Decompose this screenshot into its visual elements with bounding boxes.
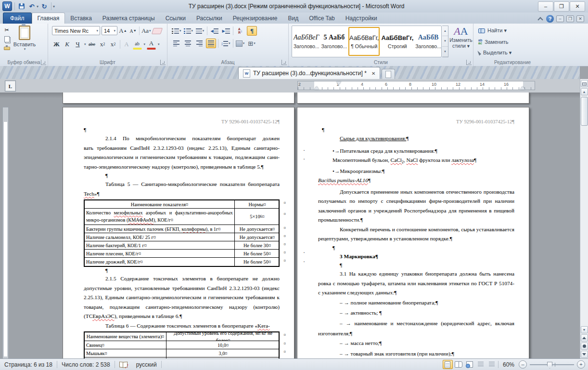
scroll-down-button[interactable]: ▼ (581, 326, 588, 333)
numbering-button[interactable]: ▾ (183, 26, 194, 36)
tab-view[interactable]: Вид (282, 13, 304, 24)
align-right-button[interactable] (194, 39, 205, 48)
tab-file[interactable]: Файл (3, 13, 32, 24)
vertical-scrollbar[interactable]: ▲ ▼ (580, 79, 588, 359)
replace-button[interactable]: abac Заменить (478, 38, 509, 46)
draft-view-button[interactable] (487, 360, 497, 369)
zoom-out-button[interactable]: – (519, 360, 527, 369)
tab-office-tab[interactable]: Office Tab (304, 13, 340, 24)
language-indicator[interactable]: русский (132, 359, 161, 370)
align-center-button[interactable] (183, 39, 193, 48)
paragraph-dialog-launcher-icon[interactable] (281, 60, 287, 65)
horizontal-ruler[interactable]: 2 2 4 6 8 10 12 14 16 (297, 81, 535, 90)
multilevel-list-button[interactable]: ▾ (195, 26, 205, 36)
gallery-up-icon[interactable]: ▲ (442, 26, 448, 36)
document-tab-close-icon[interactable]: ✕ (371, 71, 375, 76)
font-color-button[interactable]: А (147, 39, 156, 50)
bold-button[interactable]: Ж (52, 40, 61, 49)
cut-button[interactable]: ✂ (2, 26, 12, 34)
redo-button[interactable]: ↻ (40, 2, 49, 11)
gallery-down-icon[interactable]: ▼ (442, 36, 448, 46)
doc-close-icon[interactable]: ✕ (576, 15, 584, 22)
style-item-strict[interactable]: АаБбВвГг, Строгий (381, 27, 414, 56)
select-button[interactable]: Выделить ▾ (478, 49, 511, 57)
previous-page-button[interactable] (581, 334, 588, 342)
style-item-heading3[interactable]: АаБбВ Заголово... (415, 27, 442, 56)
shading-button[interactable]: ▾ (235, 39, 245, 48)
clipboard-dialog-launcher-icon[interactable] (41, 60, 46, 65)
font-size-dropdown-icon[interactable]: ▾ (114, 29, 117, 33)
zoom-slider-thumb[interactable] (547, 362, 552, 369)
style-item-heading1[interactable]: АаБбВеГ Заголово... (293, 27, 320, 56)
scroll-up-button[interactable]: ▲ (581, 88, 588, 95)
scrollbar-thumb[interactable] (581, 97, 588, 126)
italic-button[interactable]: К (63, 40, 72, 49)
restore-button[interactable]: ❐ (554, 1, 569, 12)
tab-insert[interactable]: Вставка (65, 13, 97, 24)
show-formatting-marks-button[interactable]: ¶ (247, 26, 257, 36)
tab-addins[interactable]: Надстройки (340, 13, 383, 24)
grow-font-button[interactable]: А▲ (118, 26, 128, 36)
minimize-button[interactable]: – (538, 1, 553, 12)
font-color-dropdown-icon[interactable]: ▾ (158, 42, 160, 46)
highlight-dropdown-icon[interactable]: ▾ (144, 42, 146, 46)
tab-review[interactable]: Рецензирование (228, 13, 283, 24)
doc-minimize-icon[interactable]: – (556, 15, 564, 22)
vertical-ruler[interactable] (2, 107, 9, 359)
hanging-indent-marker[interactable] (314, 86, 319, 90)
increase-indent-button[interactable]: ▶ (221, 26, 231, 36)
shrink-font-button[interactable]: А▼ (128, 26, 138, 36)
borders-button[interactable]: ⊞▾ (247, 39, 257, 48)
ruler-toggle-button[interactable] (581, 80, 588, 87)
first-line-indent-marker[interactable] (336, 81, 341, 85)
fullscreen-reading-view-button[interactable] (454, 360, 464, 369)
change-styles-button[interactable]: АA Изменить стили ▾ (450, 26, 472, 58)
style-item-heading2[interactable]: 5 АаБб Заголово... (321, 27, 348, 56)
styles-dialog-launcher-icon[interactable] (466, 60, 472, 65)
line-spacing-button[interactable]: ↕▾ (220, 39, 231, 48)
copy-button[interactable] (2, 36, 12, 43)
proofing-errors-button[interactable]: ✗ (115, 359, 132, 370)
help-icon[interactable]: ? (546, 15, 554, 23)
close-button[interactable]: ✕ (570, 1, 585, 12)
tab-mailings[interactable]: Рассылки (191, 13, 228, 24)
paste-dropdown-icon[interactable]: ▾ (24, 47, 26, 51)
new-document-tab-button[interactable] (382, 69, 395, 79)
undo-button[interactable]: ↶ (27, 2, 36, 11)
decrease-indent-button[interactable]: ◀ (209, 26, 219, 36)
font-dialog-launcher-icon[interactable] (160, 60, 166, 65)
collapse-ribbon-icon[interactable] (537, 17, 544, 21)
font-name-combobox[interactable]: Times New Rc ▾ (52, 26, 100, 35)
outline-view-button[interactable] (476, 360, 486, 369)
text-effects-button[interactable]: А (122, 40, 131, 49)
sort-button[interactable]: АЯ↓ (235, 26, 245, 36)
justify-button[interactable] (206, 39, 216, 48)
tab-page-layout[interactable]: Разметка страницы (97, 13, 160, 24)
superscript-button[interactable]: x2 (109, 40, 118, 49)
page-right[interactable]: · · · · ТУ 9296-001-01037425-12¶ ¶ Сырье… (297, 107, 529, 359)
page-number-indicator[interactable]: Страница: 6 из 18 (0, 359, 57, 370)
align-left-button[interactable] (171, 39, 181, 48)
web-layout-view-button[interactable] (465, 360, 475, 369)
select-browse-object-button[interactable] (581, 343, 588, 350)
print-layout-view-button[interactable] (443, 360, 453, 369)
page-left[interactable]: ТУ 9296-001-01037425-12¶ ¶ 2.1.4 По микр… (63, 107, 294, 359)
font-size-combobox[interactable]: 14 ▾ (102, 26, 117, 35)
style-item-normal-selected[interactable]: АаБбВвГг, ¶ Обычный (348, 27, 380, 56)
paste-button[interactable]: Вставить ▾ (13, 26, 36, 57)
doc-restore-icon[interactable]: ❐ (566, 15, 574, 22)
tab-stop-selector[interactable]: L (5, 80, 16, 92)
save-button[interactable] (17, 2, 26, 11)
zoom-in-button[interactable]: + (577, 360, 585, 369)
subscript-button[interactable]: x2 (98, 40, 107, 49)
zoom-level-button[interactable]: 60% (499, 361, 518, 368)
next-page-button[interactable] (581, 351, 588, 358)
underline-button[interactable]: Ч (73, 40, 82, 49)
undo-dropdown-icon[interactable]: ▾ (37, 4, 38, 9)
word-count-indicator[interactable]: Число слов: 2 538 (57, 359, 115, 370)
underline-dropdown-icon[interactable]: ▾ (84, 42, 86, 46)
app-icon[interactable]: W (2, 1, 12, 11)
strikethrough-button[interactable]: abe (88, 40, 97, 49)
highlight-color-button[interactable]: ab (133, 39, 142, 50)
gallery-more-icon[interactable]: ▼ (442, 47, 448, 57)
